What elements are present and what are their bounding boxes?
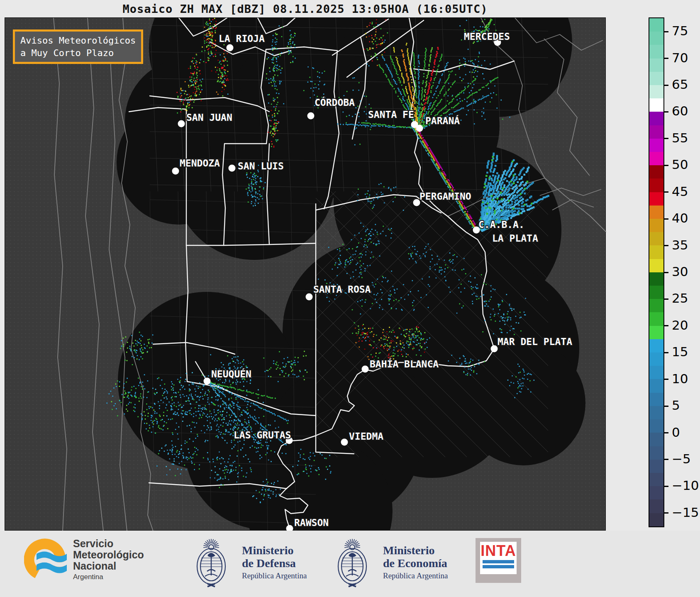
coat-of-arms-icon bbox=[188, 535, 235, 590]
colorbar-tick bbox=[664, 432, 668, 433]
inta-logo: INTA bbox=[476, 538, 521, 583]
colorbar-tick-label: 20 bbox=[672, 319, 688, 332]
colorbar-tick-label: 30 bbox=[672, 265, 688, 278]
colorbar-tick-label: 35 bbox=[672, 239, 688, 252]
colorbar-tick-label: 70 bbox=[672, 51, 688, 64]
colorbar-tick bbox=[664, 379, 668, 380]
warnings-badge[interactable]: Avisos Meteorológicos a Muy Corto Plazo bbox=[13, 29, 143, 64]
city-dot bbox=[491, 345, 498, 352]
colorbar-tick bbox=[664, 218, 668, 220]
colorbar-tick bbox=[664, 512, 668, 514]
city-label: SAN LUIS bbox=[238, 161, 284, 171]
colorbar-segment bbox=[649, 366, 663, 379]
city-label: SAN JUAN bbox=[186, 112, 232, 123]
colorbar-segment bbox=[649, 112, 663, 125]
colorbar-tick-label: 60 bbox=[672, 105, 688, 117]
colorbar-tick bbox=[664, 272, 668, 273]
radar-map-canvas: MERCEDESLA RIOJASAN JUANCÓRDOBASANTA FEP… bbox=[5, 18, 606, 531]
radar-map[interactable]: MERCEDESLA RIOJASAN JUANCÓRDOBASANTA FEP… bbox=[5, 17, 606, 531]
smn-name-2: Meteorológico bbox=[73, 549, 144, 560]
colorbar-segment bbox=[649, 98, 663, 112]
colorbar-tick bbox=[664, 31, 668, 32]
colorbar-tick-label: 5 bbox=[672, 399, 680, 412]
city-dot bbox=[307, 113, 315, 120]
colorbar-segment bbox=[649, 433, 663, 446]
colorbar-tick-label: 75 bbox=[672, 24, 688, 37]
ministerio-defensa-logo: Ministerio de Defensa República Argentin… bbox=[188, 535, 307, 590]
city-label: C.A.B.A. bbox=[478, 219, 524, 230]
inta-label: INTA bbox=[480, 543, 517, 558]
colorbar-segment bbox=[649, 312, 663, 325]
colorbar-segment bbox=[649, 192, 663, 206]
colorbar-segment bbox=[649, 125, 663, 139]
colorbar-segment bbox=[649, 486, 663, 499]
colorbar-tick bbox=[664, 325, 668, 326]
colorbar-tick-label: −5 bbox=[672, 453, 691, 465]
city-dot bbox=[178, 120, 185, 127]
colorbar-segment bbox=[649, 272, 663, 286]
colorbar-segment bbox=[649, 379, 663, 392]
colorbar-tick bbox=[664, 352, 668, 353]
smn-name-3: Nacional bbox=[73, 560, 144, 572]
city-label: MERCEDES bbox=[464, 31, 510, 42]
smn-name-1: Servicio bbox=[73, 538, 144, 549]
city-dot bbox=[362, 366, 369, 373]
colorbar-segment bbox=[649, 165, 663, 179]
colorbar-tick bbox=[664, 138, 668, 139]
colorbar-segment bbox=[649, 326, 663, 339]
smn-logo: Servicio Meteorológico Nacional Argentin… bbox=[24, 536, 144, 583]
colorbar-segment bbox=[649, 232, 663, 245]
inta-bar bbox=[483, 565, 514, 568]
colorbar-tick-label: 50 bbox=[672, 158, 688, 171]
city-label: PERGAMINO bbox=[420, 191, 471, 202]
defensa-country: República Argentina bbox=[242, 571, 307, 580]
footer: Servicio Meteorológico Nacional Argentin… bbox=[0, 531, 700, 597]
colorbar-tick bbox=[664, 486, 668, 487]
dbz-colorbar: 757065605550454035302520151050−5−10−15 bbox=[649, 17, 664, 527]
colorbar-tick-label: 40 bbox=[672, 212, 688, 225]
city-la-plata: LA PLATA bbox=[492, 233, 538, 244]
colorbar-tick-label: 65 bbox=[672, 78, 688, 91]
colorbar-segment bbox=[649, 259, 663, 272]
colorbar-segment bbox=[649, 473, 663, 486]
city-dot bbox=[227, 44, 234, 51]
economia-title: Ministerio bbox=[383, 544, 448, 557]
colorbar-tick bbox=[664, 165, 668, 166]
economia-subtitle: de Economía bbox=[383, 557, 448, 570]
colorbar-segment bbox=[649, 460, 663, 473]
colorbar-segment bbox=[649, 446, 663, 460]
colorbar-segment bbox=[649, 406, 663, 419]
city-label: SANTA FE bbox=[368, 109, 414, 120]
colorbar-segment bbox=[649, 393, 663, 406]
page-title: Mosaico ZH MAX [dBZ] 08.11.2025 13:05HOA… bbox=[5, 2, 606, 15]
city-dot bbox=[413, 199, 420, 206]
colorbar-segment bbox=[649, 32, 663, 45]
city-label: MENDOZA bbox=[180, 158, 220, 169]
ministerio-economia-logo: Ministerio de Economía República Argenti… bbox=[329, 535, 448, 590]
colorbar-segment bbox=[649, 18, 663, 32]
city-label: PARANÁ bbox=[425, 115, 460, 126]
colorbar-segment bbox=[649, 286, 663, 299]
colorbar-segment bbox=[649, 513, 663, 526]
city-label: VIEDMA bbox=[349, 431, 383, 442]
economia-country: República Argentina bbox=[383, 571, 448, 580]
colorbar-tick bbox=[664, 459, 668, 460]
coat-of-arms-icon bbox=[329, 535, 376, 590]
badge-line2: a Muy Corto Plazo bbox=[20, 47, 136, 59]
city-dot bbox=[341, 439, 348, 446]
colorbar-segment bbox=[649, 299, 663, 312]
colorbar-segment bbox=[649, 139, 663, 152]
colorbar-tick-label: 25 bbox=[672, 292, 688, 305]
colorbar-segment bbox=[649, 72, 663, 85]
city-label: LAS GRUTAS bbox=[234, 430, 291, 440]
colorbar-tick-label: 55 bbox=[672, 132, 688, 144]
defensa-title: Ministerio bbox=[242, 544, 307, 557]
colorbar-tick bbox=[664, 85, 668, 86]
city-dot bbox=[306, 294, 313, 301]
city-label: RAWSON bbox=[294, 517, 329, 528]
city-label: NEUQUÉN bbox=[211, 368, 251, 379]
city-label: MAR DEL PLATA bbox=[498, 336, 572, 347]
colorbar-tick bbox=[664, 406, 668, 407]
colorbar-segment bbox=[649, 339, 663, 352]
city-dot bbox=[229, 165, 236, 172]
